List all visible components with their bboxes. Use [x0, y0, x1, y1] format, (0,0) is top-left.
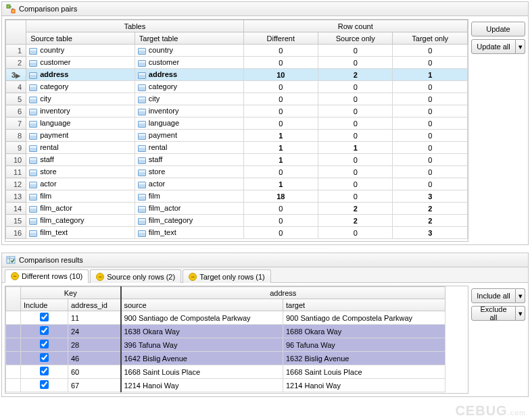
col-different[interactable]: Different: [243, 32, 318, 45]
table-row[interactable]: 9rentalrental110: [6, 142, 468, 154]
table-row[interactable]: 461642 Bislig Avenue1632 Bislig Avenue: [6, 352, 445, 365]
include-checkbox[interactable]: [40, 340, 49, 348]
table-row[interactable]: 16film_textfilm_text003: [6, 227, 468, 239]
results-panel-title: Comparison results: [19, 256, 83, 264]
results-panel-header: Comparison results: [2, 253, 528, 267]
results-icon: [6, 255, 16, 265]
table-icon: [138, 109, 146, 115]
table-icon: [138, 133, 146, 140]
col-source-table[interactable]: Source table: [26, 32, 135, 45]
table-icon: [29, 60, 37, 67]
results-button-column: Include all ▾ Exclude all ▾: [471, 286, 525, 394]
table-icon: [138, 72, 146, 79]
table-icon: [29, 121, 37, 128]
table-row[interactable]: 241638 Okara Way1688 Okara Way: [6, 325, 445, 338]
table-row[interactable]: 10staffstaff100: [6, 154, 468, 166]
col-group-key[interactable]: Key: [21, 287, 121, 299]
tab-label: Source only rows (2): [107, 273, 175, 281]
update-all-button[interactable]: Update all: [471, 39, 516, 54]
table-icon: [29, 133, 37, 140]
table-icon: [138, 97, 146, 103]
tab-label: Target only rows (1): [199, 273, 265, 281]
col-target-table[interactable]: Target table: [135, 32, 243, 45]
col-result-target[interactable]: target: [283, 299, 445, 311]
table-icon: [138, 194, 146, 201]
svg-rect-0: [7, 5, 10, 8]
update-all-dropdown[interactable]: ▾: [516, 39, 525, 54]
table-row[interactable]: 4categorycategory000: [6, 81, 468, 93]
col-include[interactable]: Include: [21, 299, 68, 311]
table-row[interactable]: 7languagelanguage000: [6, 117, 468, 130]
minus-circle-icon: [11, 272, 19, 280]
comparison-results-panel: Comparison results Different rows (10) S…: [1, 253, 529, 397]
tab-source-only-rows[interactable]: Source only rows (2): [90, 269, 181, 283]
chevron-down-icon: ▾: [519, 43, 523, 51]
table-icon: [138, 84, 146, 91]
table-row[interactable]: 14film_actorfilm_actor022: [6, 203, 468, 215]
minus-circle-icon: [96, 273, 104, 281]
table-row[interactable]: 2customercustomer000: [6, 57, 468, 69]
table-icon: [138, 145, 146, 152]
table-icon: [29, 230, 37, 237]
include-checkbox[interactable]: [40, 326, 49, 335]
table-row[interactable]: 12actoractor100: [6, 178, 468, 190]
table-row[interactable]: 6inventoryinventory000: [6, 105, 468, 117]
col-group-tables[interactable]: Tables: [26, 20, 243, 32]
table-icon: [138, 157, 146, 164]
table-icon: [138, 60, 146, 67]
chevron-down-icon: ▾: [519, 309, 523, 318]
include-checkbox[interactable]: [40, 367, 49, 375]
tab-different-rows[interactable]: Different rows (10): [5, 269, 89, 283]
col-group-address[interactable]: address: [121, 287, 445, 299]
exclude-all-button[interactable]: Exclude all: [471, 306, 516, 321]
table-icon: [29, 218, 37, 225]
include-all-dropdown[interactable]: ▾: [516, 288, 525, 303]
table-icon: [138, 230, 146, 237]
table-icon: [29, 194, 37, 201]
update-button[interactable]: Update: [471, 22, 525, 36]
table-row[interactable]: 11900 Santiago de Compostela Parkway900 …: [6, 311, 445, 325]
table-icon: [29, 72, 37, 79]
include-all-button[interactable]: Include all: [471, 288, 516, 303]
horizontal-splitter[interactable]: · · · · · · · · · · · · · · · · · · · · …: [0, 246, 530, 251]
table-row[interactable]: 8paymentpayment100: [6, 130, 468, 142]
include-checkbox[interactable]: [40, 380, 49, 389]
pairs-grid-scroll[interactable]: Tables Row count Source table Target tab…: [5, 19, 468, 242]
table-row[interactable]: 13filmfilm1803: [6, 190, 468, 203]
table-icon: [29, 145, 37, 152]
results-tabs: Different rows (10) Source only rows (2)…: [2, 267, 528, 283]
table-icon: [29, 48, 37, 55]
table-icon: [29, 169, 37, 176]
table-row[interactable]: 3▶addressaddress1021: [6, 69, 468, 81]
panel-header: Comparison pairs: [2, 2, 528, 16]
exclude-all-dropdown[interactable]: ▾: [516, 306, 525, 321]
table-row[interactable]: 15film_categoryfilm_category022: [6, 215, 468, 227]
results-grid-scroll[interactable]: Key address Include address_id source ta…: [5, 286, 468, 394]
table-icon: [29, 206, 37, 213]
table-row[interactable]: 601668 Saint Louis Place1668 Saint Louis…: [6, 365, 445, 379]
table-icon: [138, 206, 146, 213]
col-result-source[interactable]: source: [121, 299, 283, 311]
table-row[interactable]: 671214 Hanoi Way1214 Hanoi Way: [6, 379, 445, 392]
table-icon: [138, 169, 146, 176]
table-row[interactable]: 11storestore000: [6, 166, 468, 178]
table-row[interactable]: 5citycity000: [6, 93, 468, 105]
col-group-rowcount[interactable]: Row count: [243, 20, 467, 32]
table-icon: [138, 218, 146, 225]
col-address-id[interactable]: address_id: [68, 299, 121, 311]
table-icon: [138, 182, 146, 188]
table-row[interactable]: 1countrycountry000: [6, 45, 468, 57]
table-icon: [29, 84, 37, 91]
table-icon: [29, 109, 37, 115]
tab-target-only-rows[interactable]: Target only rows (1): [183, 269, 271, 283]
table-row[interactable]: 28396 Tafuna Way96 Tafuna Way: [6, 338, 445, 352]
table-icon: [29, 157, 37, 164]
col-target-only[interactable]: Target only: [393, 32, 468, 45]
include-checkbox[interactable]: [40, 353, 49, 362]
include-checkbox[interactable]: [40, 313, 49, 321]
col-source-only[interactable]: Source only: [318, 32, 392, 45]
svg-rect-1: [11, 9, 15, 13]
pairs-button-column: Update Update all ▾: [471, 19, 525, 242]
chevron-down-icon: ▾: [519, 292, 523, 300]
tab-label: Different rows (10): [22, 272, 82, 280]
